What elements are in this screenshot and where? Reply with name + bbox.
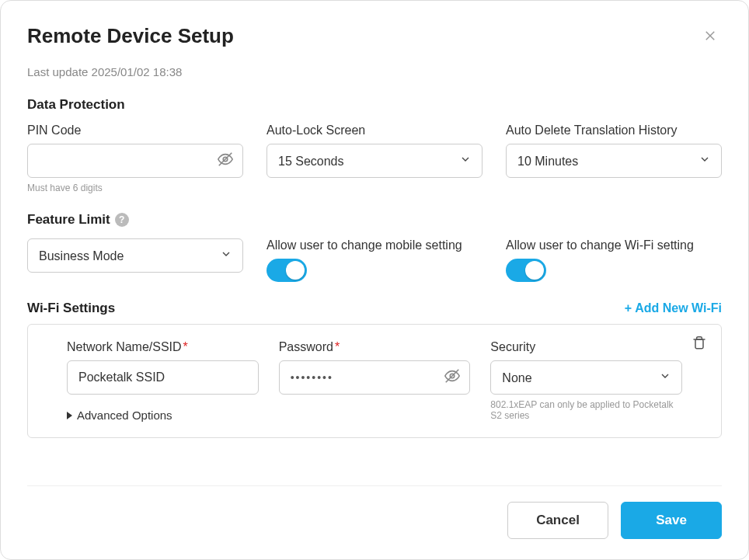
security-select[interactable]: None	[490, 360, 682, 395]
eye-off-icon	[217, 151, 234, 168]
toggle-password-visibility-button[interactable]	[444, 367, 461, 388]
allow-wifi-toggle[interactable]	[506, 259, 546, 282]
section-feature-limit: Feature Limit ?	[27, 212, 722, 228]
pin-code-input[interactable]	[27, 144, 243, 178]
close-button[interactable]	[698, 24, 722, 47]
pin-helper-text: Must have 6 digits	[27, 183, 243, 193]
allow-mobile-toggle[interactable]	[267, 259, 307, 282]
ssid-label: Network Name/SSID*	[67, 340, 259, 354]
password-input[interactable]: ••••••••	[279, 360, 471, 395]
advanced-options-toggle[interactable]: Advanced Options	[67, 409, 259, 422]
toggle-pin-visibility-button[interactable]	[217, 151, 234, 171]
auto-lock-label: Auto-Lock Screen	[267, 123, 482, 137]
section-wifi-settings: Wi-Fi Settings	[27, 301, 115, 316]
save-button[interactable]: Save	[621, 502, 722, 539]
password-label: Password*	[279, 340, 471, 354]
ssid-input[interactable]	[67, 360, 259, 395]
close-icon	[703, 29, 717, 43]
allow-wifi-label: Allow user to change Wi-Fi setting	[506, 238, 722, 252]
add-wifi-button[interactable]: + Add New Wi-Fi	[625, 301, 722, 315]
auto-delete-select[interactable]: 10 Minutes	[506, 144, 722, 178]
auto-delete-label: Auto Delete Translation History	[506, 123, 722, 137]
cancel-button[interactable]: Cancel	[507, 502, 608, 539]
caret-right-icon	[67, 412, 72, 419]
delete-wifi-button[interactable]	[692, 336, 707, 354]
security-note: 802.1xEAP can only be applied to Pocketa…	[490, 399, 682, 421]
wifi-entry-card: Network Name/SSID* Advanced Options Pass…	[27, 324, 722, 438]
help-icon[interactable]: ?	[115, 213, 129, 227]
remote-device-setup-dialog: Remote Device Setup Last update 2025/01/…	[0, 0, 749, 560]
auto-lock-select[interactable]: 15 Seconds	[267, 144, 482, 178]
eye-off-icon	[444, 367, 461, 384]
dialog-title: Remote Device Setup	[27, 24, 234, 48]
allow-mobile-label: Allow user to change mobile setting	[267, 238, 482, 252]
last-update-text: Last update 2025/01/02 18:38	[27, 65, 722, 78]
trash-icon	[692, 336, 707, 351]
section-data-protection: Data Protection	[27, 97, 722, 113]
dialog-footer: Cancel Save	[27, 485, 722, 539]
feature-mode-select[interactable]: Business Mode	[27, 238, 243, 273]
security-label: Security	[490, 340, 682, 354]
plus-icon: +	[625, 301, 632, 315]
pin-code-label: PIN Code	[27, 123, 243, 137]
svg-rect-4	[695, 339, 703, 349]
